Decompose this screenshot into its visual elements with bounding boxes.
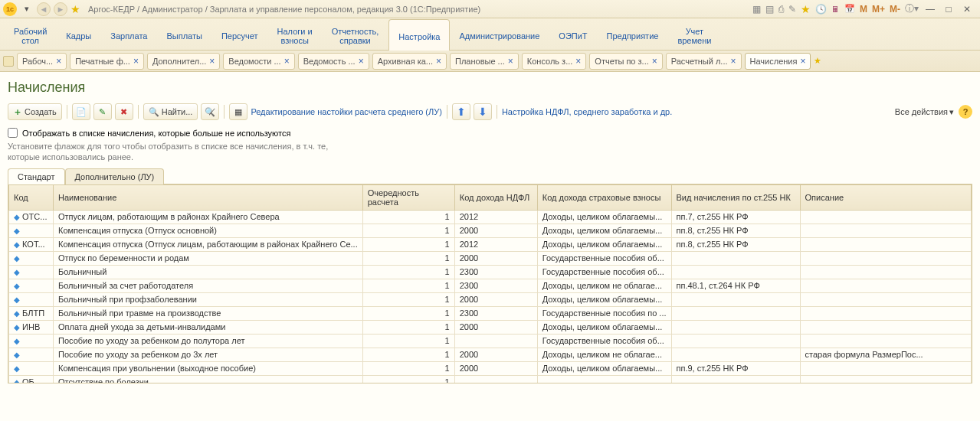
close-tab-icon[interactable]: × (284, 56, 290, 67)
memory-m-minus[interactable]: M- (890, 4, 900, 15)
subtab-standard[interactable]: Стандарт (8, 168, 65, 184)
help-button[interactable]: ? (959, 105, 972, 119)
table-row[interactable]: ◆ ОБОтсутствие по болезни1 (9, 375, 972, 383)
delete-button[interactable]: ✖ (115, 103, 133, 120)
table-row[interactable]: ◆ БЛТПБольничный при травме на производс… (9, 306, 972, 320)
ndfl-settings-link[interactable]: Настройка НДФЛ, среднего заработка и др. (502, 107, 672, 116)
create-button[interactable]: ＋Создать (8, 103, 62, 120)
toolbar-icon[interactable]: ▤ (765, 4, 774, 15)
info-icon[interactable]: ⓘ▾ (905, 2, 919, 15)
settings-icon-button[interactable]: ▦ (229, 103, 247, 120)
memory-m-plus[interactable]: M+ (872, 4, 885, 15)
document-tab[interactable]: Плановые ...× (450, 53, 519, 70)
document-tab[interactable]: Рабоч...× (17, 53, 67, 70)
document-tab[interactable]: Дополнител...× (147, 53, 220, 70)
mainnav-tab[interactable]: ОЭПиТ (549, 18, 597, 50)
document-tab[interactable]: Начисления× (745, 53, 811, 70)
document-tab[interactable]: Ведомость ...× (298, 53, 369, 70)
close-tab-icon[interactable]: × (133, 56, 139, 67)
mainnav-tab[interactable]: Настройка (388, 19, 450, 51)
row-marker-icon: ◆ (14, 268, 20, 276)
close-tab-icon[interactable]: × (56, 56, 61, 67)
col-code[interactable]: Код (9, 184, 54, 210)
close-tab-icon[interactable]: × (575, 56, 581, 67)
document-tab[interactable]: Расчетный л...× (666, 53, 742, 70)
mainnav-tab[interactable]: Отчетность,справки (323, 18, 389, 50)
col-order[interactable]: Очередность расчета (362, 184, 454, 210)
table-row[interactable]: ◆ Компенсация отпуска (Отпуск основной)1… (9, 224, 972, 237)
close-tab-icon[interactable]: × (731, 56, 736, 67)
mainnav-tab[interactable]: Администрирование (450, 18, 549, 50)
col-ndfl[interactable]: Код дохода НДФЛ (454, 184, 537, 210)
col-description[interactable]: Описание (800, 184, 971, 210)
history-icon[interactable]: 🕓 (815, 4, 827, 15)
find-button[interactable]: 🔍Найти... (143, 103, 198, 120)
mainnav-tab[interactable]: Налоги ивзносы (268, 18, 323, 50)
clear-search-button[interactable]: 🔍̸ (201, 103, 219, 120)
toolbar: ＋Создать 📄 ✎ ✖ 🔍Найти... 🔍̸ ▦ Редактиров… (8, 102, 972, 122)
document-tab-label: Ведомость ... (303, 57, 356, 66)
mainnav-tab[interactable]: Учетвремени (668, 18, 721, 50)
table-row[interactable]: ◆ Пособие по уходу за ребенком до полуто… (9, 334, 972, 348)
calendar-icon[interactable]: 📅 (844, 4, 855, 14)
move-down-button[interactable]: ⬇ (474, 103, 492, 120)
favorites-tab-icon[interactable]: ★ (814, 56, 821, 66)
memory-m[interactable]: M (860, 4, 867, 15)
table-row[interactable]: ◆ ИНВОплата дней ухода за детьми-инвалид… (9, 320, 972, 334)
grid-wrapper[interactable]: Код Наименование Очередность расчета Код… (8, 184, 972, 383)
nav-back-button[interactable]: ◄ (37, 2, 51, 16)
document-tab[interactable]: Печатные ф...× (70, 53, 144, 70)
window-minimize[interactable]: — (923, 4, 937, 15)
favorites-star-icon[interactable]: ★ (70, 3, 80, 15)
close-tab-icon[interactable]: × (652, 56, 657, 67)
window-maximize[interactable]: □ (942, 4, 955, 15)
document-tabs-bar: Рабоч...×Печатные ф...×Дополнител...×Вед… (0, 51, 980, 72)
row-marker-icon: ◆ (14, 213, 20, 221)
mainnav-tab[interactable]: Зарплата (101, 18, 157, 50)
toolbar-icon[interactable]: ⎙ (778, 4, 784, 15)
row-marker-icon: ◆ (14, 254, 20, 263)
table-row[interactable]: ◆ Больничный при профзаболевании12000Дох… (9, 292, 972, 306)
close-tab-icon[interactable]: × (436, 56, 441, 67)
mainnav-tab[interactable]: Персучет (212, 18, 268, 50)
subtab-additional[interactable]: Дополнительно (ЛУ) (65, 168, 165, 184)
edit-button[interactable]: ✎ (93, 103, 112, 120)
move-up-button[interactable]: ⬆ (452, 103, 470, 120)
favorites-icon[interactable]: ★ (801, 3, 811, 15)
document-tab[interactable]: Ведомости ...× (223, 53, 294, 70)
copy-button[interactable]: 📄 (72, 103, 90, 120)
close-tab-icon[interactable]: × (359, 56, 364, 67)
show-unused-checkbox[interactable] (8, 128, 18, 138)
document-tab[interactable]: Архивная ка...× (372, 53, 447, 70)
nav-forward-button[interactable]: ► (54, 2, 67, 16)
table-row[interactable]: ◆ Пособие по уходу за ребенком до 3х лет… (9, 348, 972, 361)
mainnav-tab[interactable]: Кадры (57, 18, 101, 50)
document-tab[interactable]: Консоль з...× (522, 53, 587, 70)
close-tab-icon[interactable]: × (800, 56, 805, 67)
close-tab-icon[interactable]: × (209, 56, 215, 67)
col-255[interactable]: Вид начисления по ст.255 НК (671, 184, 800, 210)
all-actions-menu[interactable]: Все действия ▾ (895, 107, 954, 117)
dropdown-icon[interactable]: ▾ (20, 2, 34, 16)
all-actions-label: Все действия (895, 107, 948, 116)
close-tab-icon[interactable]: × (508, 56, 513, 67)
mainnav-tab[interactable]: Выплаты (157, 18, 211, 50)
toolbar-icon[interactable]: ✎ (788, 4, 796, 15)
calculator-icon[interactable]: 🖩 (831, 5, 840, 14)
table-row[interactable]: ◆ Больничный12300Государственные пособия… (9, 265, 972, 279)
mainnav-tab[interactable]: Рабочийстол (5, 18, 57, 50)
col-insurance[interactable]: Код дохода страховые взносы (537, 184, 671, 210)
edit-avg-settings-link[interactable]: Редактирование настойки расчета среднего… (251, 107, 442, 116)
document-tab[interactable]: Отчеты по з...× (589, 53, 662, 70)
table-row[interactable]: ◆ ОТС...Отпуск лицам, работающим в район… (9, 210, 972, 224)
table-row[interactable]: ◆ Отпуск по беременности и родам12000Гос… (9, 251, 972, 265)
table-row[interactable]: ◆ Компенсация при увольнении (выходное п… (9, 361, 972, 375)
toolbar-icon[interactable]: ▦ (752, 4, 761, 15)
desktop-icon[interactable] (3, 56, 14, 67)
table-row[interactable]: ◆ КОТ...Компенсация отпуска (Отпуск лица… (9, 237, 972, 251)
mainnav-tab[interactable]: Предприятие (598, 18, 669, 50)
window-close[interactable]: ✕ (960, 4, 974, 15)
table-row[interactable]: ◆ Больничный за счет работодателя12300До… (9, 279, 972, 292)
col-name[interactable]: Наименование (54, 184, 363, 210)
table-header-row: Код Наименование Очередность расчета Код… (9, 184, 972, 210)
